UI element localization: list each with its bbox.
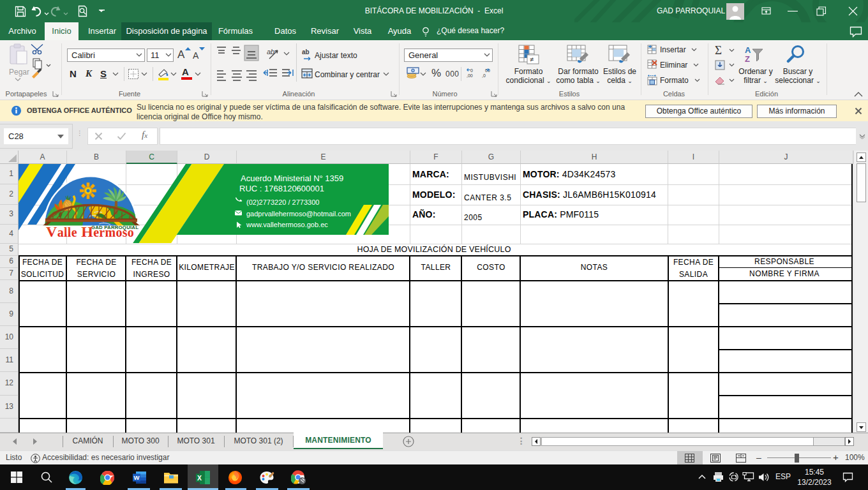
svg-text:A: A — [745, 45, 751, 55]
svg-text:,0: ,0 — [482, 73, 486, 78]
svg-text:Valle Hermoso: Valle Hermoso — [46, 223, 134, 240]
svg-text:≠: ≠ — [530, 56, 534, 63]
svg-text:RUC : 1768120600001: RUC : 1768120600001 — [239, 184, 324, 193]
svg-text:0: 0 — [470, 68, 473, 73]
svg-text:(02)2773220 / 2773300: (02)2773220 / 2773300 — [246, 198, 319, 206]
svg-text:X: X — [197, 474, 202, 482]
svg-text:Z: Z — [745, 54, 750, 64]
svg-text:,00: ,00 — [467, 73, 473, 78]
svg-text:ab: ab — [302, 48, 310, 56]
svg-text:Acuerdo Ministerial N° 1359: Acuerdo Ministerial N° 1359 — [241, 174, 343, 183]
svg-text:gadprvallehermoso@hotmail.com: gadprvallehermoso@hotmail.com — [246, 210, 351, 218]
svg-text:www.vallehermoso.gob.ec: www.vallehermoso.gob.ec — [246, 221, 328, 228]
svg-text:W: W — [134, 474, 140, 481]
